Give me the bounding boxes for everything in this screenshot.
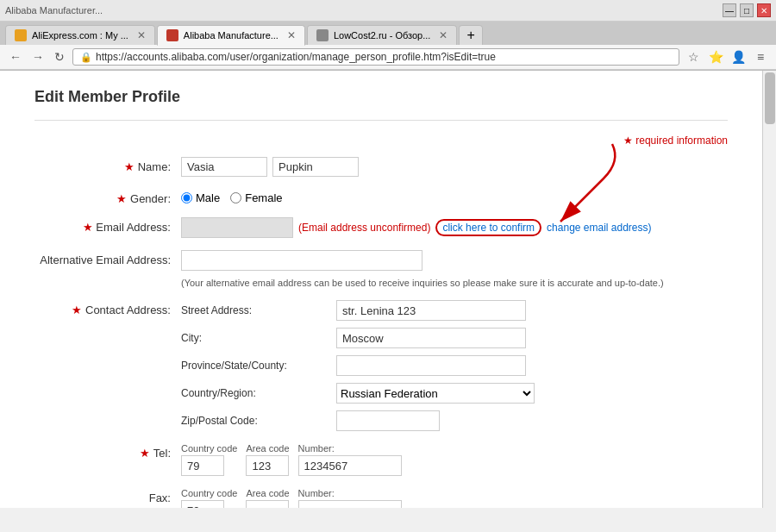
fax-inputs-row: Country code Area code Number: [181, 488, 402, 508]
contact-row: ★ Contact Address: Street Address: City:… [34, 300, 728, 431]
tel-number-col: Number: [298, 443, 402, 476]
alt-email-input[interactable] [181, 250, 422, 271]
toolbar-icons: ☆ ⭐ 👤 ≡ [685, 48, 769, 66]
required-star: ★ [623, 135, 633, 147]
tel-area-label: Area code [246, 443, 289, 454]
gender-label: ★ Gender: [34, 189, 181, 205]
alt-email-hint: (Your alternative email address can be u… [181, 278, 728, 288]
zip-label: Zip/Postal Code: [181, 415, 328, 427]
tab-aliexpress-close[interactable]: ✕ [137, 29, 146, 41]
city-label: City: [181, 332, 328, 344]
tab-lowcost-close[interactable]: ✕ [439, 29, 447, 41]
contact-field: Street Address: City: Province/State/Cou… [181, 300, 728, 431]
email-row: ★ Email Address: (Email address unconfir… [34, 217, 728, 238]
title-bar: Alibaba Manufacturer... — □ ✕ [0, 0, 776, 22]
tel-area-col: Area code [246, 443, 289, 476]
alt-email-label: Alternative Email Address: [34, 250, 181, 266]
email-change-link[interactable]: change email address) [547, 222, 651, 234]
name-field [181, 157, 728, 177]
tab-alibaba[interactable]: Alibaba Manufacture... ✕ [157, 25, 305, 46]
tab-aliexpress-favicon [15, 29, 27, 41]
browser-title: Alibaba Manufacturer... [5, 5, 103, 16]
user-icon[interactable]: 👤 [729, 48, 747, 66]
city-input[interactable] [336, 328, 526, 348]
page-wrapper: Edit Member Profile ★ required informati… [0, 71, 776, 508]
gender-field: Male Female [181, 189, 728, 204]
scrollbar-thumb[interactable] [765, 72, 775, 124]
fax-country-col: Country code [181, 488, 237, 508]
contact-label: ★ Contact Address: [34, 300, 181, 316]
country-select[interactable]: Russian Federation United States China [336, 383, 535, 404]
minimize-button[interactable]: — [723, 3, 736, 17]
email-field: (Email address unconfirmed) click here t… [181, 217, 728, 238]
province-input[interactable] [336, 355, 526, 376]
close-button[interactable]: ✕ [757, 3, 771, 17]
bookmark-icon[interactable]: ☆ [685, 48, 702, 66]
first-name-input[interactable] [181, 157, 267, 177]
scrollbar[interactable] [762, 71, 776, 508]
tab-aliexpress[interactable]: AliExpress.com : My ... ✕ [5, 25, 155, 45]
email-blurred-input [181, 217, 293, 238]
menu-icon[interactable]: ≡ [752, 48, 769, 66]
fax-area-col: Area code [246, 488, 289, 508]
forward-button[interactable]: → [29, 50, 47, 64]
zip-input[interactable] [336, 410, 440, 431]
back-button[interactable]: ← [7, 50, 24, 64]
address-bar[interactable]: 🔒 https://accounts.alibaba.com/user/orga… [72, 48, 679, 66]
fax-label: Fax: [34, 488, 181, 504]
street-label: Street Address: [181, 304, 328, 316]
gender-female-label[interactable]: Female [230, 191, 282, 204]
tab-lowcost-favicon [316, 29, 329, 41]
url-text: https://accounts.alibaba.com/user/organi… [96, 51, 496, 63]
tel-country-label: Country code [181, 443, 237, 454]
required-text: required information [635, 135, 728, 147]
fax-country-label: Country code [181, 488, 237, 498]
email-confirm-link[interactable]: click here to confirm [435, 219, 541, 236]
email-unconfirmed-text: (Email address unconfirmed) [298, 222, 430, 234]
fax-area-input[interactable] [246, 500, 289, 508]
page-content: Edit Member Profile ★ required informati… [0, 71, 762, 508]
name-label: ★ Name: [34, 157, 181, 173]
zip-row: Zip/Postal Code: [181, 410, 440, 431]
form-divider [34, 120, 728, 121]
window-controls: — □ ✕ [723, 3, 771, 17]
tel-number-input[interactable] [298, 455, 402, 476]
country-row: Country/Region: Russian Federation Unite… [181, 383, 535, 404]
gender-male-text: Male [196, 191, 220, 204]
gender-male-label[interactable]: Male [181, 191, 220, 204]
fax-field: Country code Area code Number: [181, 488, 728, 508]
tab-alibaba-favicon [166, 29, 178, 41]
gender-male-radio[interactable] [181, 192, 192, 203]
tab-alibaba-label: Alibaba Manufacture... [184, 30, 278, 41]
tel-inputs-row: Country code Area code Number: [181, 443, 402, 476]
street-input[interactable] [336, 300, 526, 321]
last-name-input[interactable] [272, 157, 359, 177]
maximize-button[interactable]: □ [740, 3, 754, 17]
gender-female-text: Female [245, 191, 282, 204]
tel-area-input[interactable] [246, 455, 289, 476]
name-row: ★ Name: [34, 157, 728, 177]
street-row: Street Address: [181, 300, 526, 321]
province-row: Province/State/County: [181, 355, 526, 376]
country-label: Country/Region: [181, 387, 328, 399]
reload-button[interactable]: ↻ [52, 50, 67, 64]
tab-lowcost[interactable]: LowCost2.ru - Обзор... ✕ [307, 25, 457, 45]
new-tab-button[interactable]: + [459, 25, 482, 45]
tab-bar: AliExpress.com : My ... ✕ Alibaba Manufa… [0, 22, 776, 45]
tab-lowcost-label: LowCost2.ru - Обзор... [334, 30, 430, 41]
lock-icon: 🔒 [80, 52, 92, 63]
tel-country-input[interactable] [181, 455, 224, 476]
tel-number-label: Number: [298, 443, 402, 454]
tab-aliexpress-label: AliExpress.com : My ... [32, 30, 128, 41]
fax-number-input[interactable] [298, 500, 402, 508]
tel-field: Country code Area code Number: [181, 443, 728, 476]
browser-chrome: Alibaba Manufacturer... — □ ✕ AliExpress… [0, 0, 776, 71]
fax-row: Fax: Country code Area code Number: [34, 488, 728, 508]
fax-country-input[interactable] [181, 500, 224, 508]
tab-alibaba-close[interactable]: ✕ [287, 29, 296, 41]
star-icon[interactable]: ⭐ [707, 48, 724, 66]
gender-female-radio[interactable] [230, 192, 241, 203]
city-row: City: [181, 328, 526, 348]
page-title: Edit Member Profile [34, 88, 728, 106]
fax-number-label: Number: [298, 488, 402, 498]
